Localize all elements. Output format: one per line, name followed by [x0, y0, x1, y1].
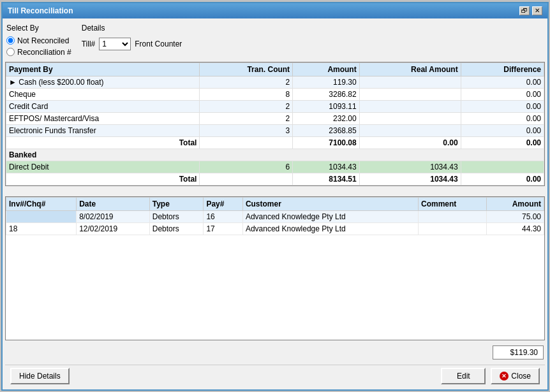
total-row: Total 7100.08 0.00 0.00 [6, 136, 544, 149]
not-reconciled-option[interactable]: Not Reconciled [6, 36, 71, 45]
col-inv: Inv#/Chq# [6, 197, 77, 210]
content-area: Select By Not Reconciled Reconciliation … [3, 18, 547, 389]
customer-cell: Advanced Knowledge Pty Ltd [242, 222, 418, 235]
col-payment-by: Payment By [6, 62, 200, 76]
counter-name: Front Counter [135, 40, 182, 48]
pay-cell: 17 [204, 222, 242, 235]
bottom-bar: Hide Details Edit ✕ Close [5, 365, 545, 387]
details-table-section: Inv#/Chq# Date Type Pay# Customer Commen… [5, 196, 545, 340]
table-row: Direct Debit 6 1034.43 1034.43 [6, 161, 544, 173]
comment-cell [419, 222, 487, 235]
payment-table-body: ► Cash (less $200.00 float) 2 119.30 0.0… [6, 76, 544, 185]
real-amount-cell [359, 88, 461, 100]
type-cell: Debtors [149, 222, 204, 235]
payment-by-cell: ► Cash (less $200.00 float) [6, 76, 200, 88]
till-select[interactable]: 1 2 3 [99, 38, 131, 50]
not-reconciled-radio[interactable] [6, 36, 15, 45]
amount-cell: 1093.11 [293, 100, 360, 112]
type-cell: Debtors [149, 210, 204, 222]
restore-button[interactable]: 🗗 [519, 6, 530, 15]
inv-cell: 18 [6, 222, 77, 235]
close-label: Close [511, 372, 531, 381]
date-cell: 12/02/2019 [77, 222, 150, 235]
table-row: Cheque 8 3286.82 0.00 [6, 88, 544, 100]
select-by-label: Select By [6, 24, 71, 33]
tran-count-cell: 6 [200, 161, 293, 173]
difference-cell: 0.00 [461, 88, 544, 100]
details-table: Inv#/Chq# Date Type Pay# Customer Commen… [6, 197, 544, 235]
payment-table: Payment By Tran. Count Amount Real Amoun… [6, 62, 544, 185]
total-real-cell: 0.00 [359, 136, 461, 149]
banked-total-diff: 0.00 [461, 173, 544, 185]
hide-details-button[interactable]: Hide Details [10, 368, 70, 384]
details-table-header: Inv#/Chq# Date Type Pay# Customer Commen… [6, 197, 544, 210]
banked-label: Banked [6, 149, 544, 161]
list-item: 18 12/02/2019 Debtors 17 Advanced Knowle… [6, 222, 544, 235]
reconciliation-num-label: Reconciliation # [17, 48, 71, 57]
banked-total-tran [200, 173, 293, 185]
reconciliation-num-option[interactable]: Reconciliation # [6, 48, 71, 57]
difference-cell: 0.00 [461, 100, 544, 112]
total-label-cell: Total [6, 136, 200, 149]
list-item: 8/02/2019 Debtors 16 Advanced Knowledge … [6, 210, 544, 222]
close-button[interactable]: ✕ Close [491, 368, 540, 384]
table-row: Electronic Funds Transfer 3 2368.85 0.00 [6, 124, 544, 136]
col-difference: Difference [461, 62, 544, 76]
amount-box-container: $119.30 [5, 343, 545, 362]
difference-cell: 0.00 [461, 76, 544, 88]
till-label: Till# [82, 40, 96, 48]
payment-by-cell: Direct Debit [6, 161, 200, 173]
banked-header-row: Banked [6, 149, 544, 161]
tran-count-cell: 2 [200, 76, 293, 88]
tran-count-cell: 2 [200, 112, 293, 124]
close-title-button[interactable]: ✕ [532, 6, 542, 15]
real-amount-cell [359, 100, 461, 112]
col-type: Type [149, 197, 204, 210]
real-amount-cell [359, 124, 461, 136]
tran-count-cell: 2 [200, 100, 293, 112]
spacer [5, 189, 545, 194]
date-cell: 8/02/2019 [77, 210, 150, 222]
amount-cell: 1034.43 [293, 161, 360, 173]
amount-total-box: $119.30 [493, 345, 544, 359]
col-amount: Amount [486, 197, 544, 210]
total-diff-cell: 0.00 [461, 136, 544, 149]
payment-by-cell: Credit Card [6, 100, 200, 112]
col-date: Date [77, 197, 150, 210]
col-pay: Pay# [204, 197, 242, 210]
customer-cell: Advanced Knowledge Pty Ltd [242, 210, 418, 222]
payment-by-cell: EFTPOS/ Mastercard/Visa [6, 112, 200, 124]
main-window: Till Reconciliation 🗗 ✕ Select By Not Re… [1, 2, 549, 391]
col-customer: Customer [242, 197, 418, 210]
amount-cell: 3286.82 [293, 88, 360, 100]
difference-cell [461, 161, 544, 173]
col-comment: Comment [419, 197, 487, 210]
banked-total-amount: 8134.51 [293, 173, 360, 185]
real-amount-cell [359, 112, 461, 124]
amount-cell: 119.30 [293, 76, 360, 88]
inv-cell [6, 210, 77, 222]
window-title: Till Reconciliation [8, 6, 73, 15]
reconciliation-num-radio[interactable] [6, 48, 15, 56]
banked-total-real: 1034.43 [359, 173, 461, 185]
amount-cell: 232.00 [293, 112, 360, 124]
close-icon: ✕ [500, 372, 509, 381]
top-section: Select By Not Reconciled Reconciliation … [5, 21, 545, 59]
tran-count-cell: 8 [200, 88, 293, 100]
edit-button[interactable]: Edit [441, 368, 486, 384]
col-real-amount: Real Amount [359, 62, 461, 76]
difference-cell: 0.00 [461, 124, 544, 136]
total-amount-cell: 7100.08 [293, 136, 360, 149]
not-reconciled-label: Not Reconciled [17, 36, 69, 45]
payment-table-header: Payment By Tran. Count Amount Real Amoun… [6, 62, 544, 76]
amount-cell: 44.30 [486, 222, 544, 235]
tran-count-cell: 3 [200, 124, 293, 136]
table-row: EFTPOS/ Mastercard/Visa 2 232.00 0.00 [6, 112, 544, 124]
details-group: Details Till# 1 2 3 Front Counter [82, 24, 182, 50]
payment-by-cell: Cheque [6, 88, 200, 100]
select-by-group: Select By Not Reconciled Reconciliation … [6, 24, 71, 57]
amount-cell: 75.00 [486, 210, 544, 222]
total-tran-cell [200, 136, 293, 149]
title-bar-controls: 🗗 ✕ [519, 6, 542, 15]
real-amount-cell: 1034.43 [359, 161, 461, 173]
